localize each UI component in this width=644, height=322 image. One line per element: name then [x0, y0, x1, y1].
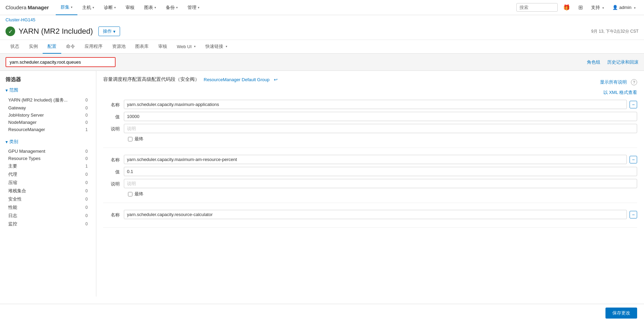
group-label[interactable]: ResourceManager Default Group	[204, 77, 270, 82]
nav-host[interactable]: 主机 ▾	[77, 0, 99, 15]
filter-proxy[interactable]: 代理 0	[6, 170, 90, 179]
nav-audit[interactable]: 审核	[121, 0, 139, 15]
xml-view-link[interactable]: 以 XML 格式查看	[103, 89, 637, 96]
chevron-down-icon: ▾	[226, 45, 227, 48]
service-title: YARN (MR2 Included)	[19, 27, 93, 36]
tab-quick-link[interactable]: 快速链接 ▾	[201, 40, 232, 54]
config-field-value-1: 值	[103, 112, 637, 121]
config-value-input-2[interactable]	[124, 167, 637, 176]
service-status-icon: ✓	[6, 26, 15, 36]
config-field-name-3: 名称 −	[103, 210, 637, 219]
timestamp: 9月 13, 下午2点32分 CST	[591, 29, 638, 34]
tab-chart-lib[interactable]: 图表库	[130, 40, 153, 54]
tab-config[interactable]: 配置	[43, 40, 61, 54]
filter-gateway[interactable]: Gateway 0	[6, 104, 90, 111]
brand-bold: Manager	[28, 4, 49, 10]
remove-entry-3-button[interactable]: −	[630, 211, 637, 218]
filter-yarn-service[interactable]: YARN (MR2 Included) (服务... 0	[6, 96, 90, 104]
main-content: 筛选器 ▾ 范围 YARN (MR2 Included) (服务... 0 Ga…	[0, 71, 644, 297]
brand-normal: Cloudera	[6, 4, 26, 10]
filter-resource-types[interactable]: Resource Types 0	[6, 155, 90, 162]
chevron-down-icon: ▾	[93, 6, 94, 9]
sidebar-title: 筛选器	[6, 76, 90, 83]
show-all-desc-link[interactable]: 显示所有说明	[600, 79, 627, 85]
config-value-input-1[interactable]	[124, 112, 637, 121]
tab-status[interactable]: 状态	[6, 40, 24, 54]
nav-cluster[interactable]: 群集 ▾	[56, 0, 77, 15]
support-button[interactable]: 支持 ▾	[588, 4, 607, 11]
config-name-wrap-2: −	[124, 155, 637, 164]
config-name-input-1[interactable]	[124, 100, 627, 109]
nav-diagnose[interactable]: 诊断 ▾	[99, 0, 121, 15]
nav-backup[interactable]: 备份 ▾	[161, 0, 183, 15]
nav-charts[interactable]: 图表 ▾	[139, 0, 161, 15]
config-value-wrap-2	[124, 167, 637, 176]
tab-web-ui[interactable]: Web UI ▾	[172, 41, 201, 53]
sidebar: 筛选器 ▾ 范围 YARN (MR2 Included) (服务... 0 Ga…	[0, 71, 96, 297]
node-icon[interactable]: ⊞	[576, 4, 586, 11]
chevron-down-icon: ▾	[71, 6, 73, 9]
filter-gpu[interactable]: GPU Management 0	[6, 148, 90, 155]
filter-monitor[interactable]: 监控 0	[6, 220, 90, 228]
filter-performance[interactable]: 性能 0	[6, 203, 90, 212]
tab-resource-pool[interactable]: 资源池	[107, 40, 130, 54]
name-label-1: 名称	[103, 100, 124, 108]
config-name-input-3[interactable]	[124, 210, 627, 219]
cluster-link[interactable]: Cluster-HG145	[6, 17, 35, 22]
chevron-down-icon: ▾	[602, 6, 604, 10]
history-link[interactable]: 历史记录和回滚	[607, 59, 638, 65]
top-nav: Cloudera Manager 群集 ▾ 主机 ▾ 诊断 ▾ 审核 图表 ▾ …	[0, 0, 644, 15]
remove-entry-1-button[interactable]: −	[630, 101, 637, 108]
chevron-down-icon: ▾	[6, 88, 8, 93]
search-bar-row: 角色组 历史记录和回滚	[0, 54, 644, 71]
tab-instance[interactable]: 实例	[24, 40, 43, 54]
filter-compress[interactable]: 压缩 0	[6, 179, 90, 187]
config-section-header: 容量调度程序配置高级配置代码段（安全阀） ResourceManager Def…	[103, 76, 278, 83]
config-content: 容量调度程序配置高级配置代码段（安全阀） ResourceManager Def…	[96, 71, 644, 297]
final-label-2: 最终	[135, 191, 143, 197]
ops-button[interactable]: 操作 ▾	[98, 26, 120, 36]
tab-command[interactable]: 命令	[61, 40, 80, 54]
tab-application[interactable]: 应用程序	[80, 40, 107, 54]
name-label-3: 名称	[103, 210, 124, 218]
admin-button[interactable]: 👤 admin ▾	[610, 5, 638, 10]
filter-resourcemanager[interactable]: ResourceManager 1	[6, 126, 90, 133]
remove-entry-2-button[interactable]: −	[630, 156, 637, 163]
category-section: ▾ 类别 GPU Management 0 Resource Types 0 主…	[6, 139, 90, 228]
category-section-header[interactable]: ▾ 类别	[6, 139, 90, 145]
filter-stack[interactable]: 堆栈集合 0	[6, 187, 90, 195]
filter-main[interactable]: 主要 1	[6, 162, 90, 170]
global-search-input[interactable]	[516, 3, 558, 12]
service-header: ✓ YARN (MR2 Included) 操作 ▾ 9月 13, 下午2点32…	[0, 24, 644, 40]
config-field-name-1: 名称 −	[103, 100, 637, 109]
scope-section: ▾ 范围 YARN (MR2 Included) (服务... 0 Gatewa…	[6, 87, 90, 133]
desc-label-2: 说明	[103, 179, 124, 187]
back-icon[interactable]: ↩	[274, 77, 278, 82]
final-checkbox-2[interactable]	[128, 192, 132, 196]
final-checkbox-1[interactable]	[128, 137, 132, 141]
filter-nodemanager[interactable]: NodeManager 0	[6, 119, 90, 126]
final-row-1: 最终	[128, 136, 637, 142]
role-group-link[interactable]: 角色组	[587, 59, 600, 65]
config-name-wrap-1: −	[124, 100, 637, 109]
filter-jobhistory[interactable]: JobHistory Server 0	[6, 111, 90, 119]
filter-security[interactable]: 安全性 0	[6, 195, 90, 203]
chevron-down-icon: ▾	[634, 6, 636, 10]
config-entry-3: 名称 −	[103, 210, 637, 228]
config-entry-1: 名称 − 值 说明 最终	[103, 100, 637, 148]
chevron-down-icon: ▾	[114, 6, 116, 9]
name-label-2: 名称	[103, 155, 124, 163]
tab-audit[interactable]: 审核	[153, 40, 172, 54]
config-name-input-2[interactable]	[124, 155, 627, 164]
config-name-wrap-3: −	[124, 210, 637, 219]
help-icon[interactable]: ?	[631, 79, 637, 85]
config-desc-input-1[interactable]	[124, 124, 637, 133]
scope-section-header[interactable]: ▾ 范围	[6, 87, 90, 93]
config-search-input[interactable]	[6, 57, 116, 67]
config-field-desc-1: 说明	[103, 124, 637, 133]
nav-manage[interactable]: 管理 ▾	[183, 0, 204, 15]
config-desc-input-2[interactable]	[124, 179, 637, 188]
chevron-down-icon: ▾	[176, 6, 178, 9]
filter-log[interactable]: 日志 0	[6, 212, 90, 220]
gift-icon[interactable]: 🎁	[560, 4, 573, 11]
